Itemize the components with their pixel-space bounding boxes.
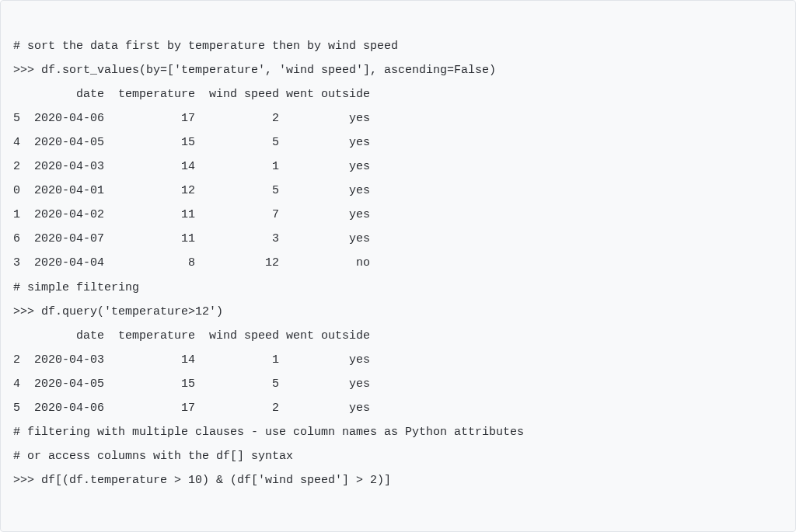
code-line-row: 2 2020-04-03 14 1 yes <box>13 353 370 367</box>
code-line-input: >>> df.query('temperature>12') <box>13 305 223 318</box>
code-line-row: 2 2020-04-03 14 1 yes <box>13 160 370 173</box>
code-line-row: 5 2020-04-06 17 2 yes <box>13 402 370 415</box>
code-line-row: 6 2020-04-07 11 3 yes <box>13 232 370 245</box>
code-line-comment: # filtering with multiple clauses - use … <box>13 426 524 439</box>
code-line-row: 1 2020-04-02 11 7 yes <box>13 208 370 221</box>
code-line-row: 4 2020-04-05 15 5 yes <box>13 377 370 391</box>
code-line-header: date temperature wind speed went outside <box>13 329 370 342</box>
code-line-comment: # or access columns with the df[] syntax <box>13 450 293 463</box>
code-line-input: >>> df[(df.temperature > 10) & (df['wind… <box>13 474 391 487</box>
code-line-input: >>> df.sort_values(by=['temperature', 'w… <box>13 64 496 77</box>
code-block: # sort the data first by temperature the… <box>0 0 796 532</box>
code-line-row: 0 2020-04-01 12 5 yes <box>13 184 370 197</box>
code-line-row: 5 2020-04-06 17 2 yes <box>13 112 370 125</box>
code-line-header: date temperature wind speed went outside <box>13 88 370 101</box>
code-line-row: 3 2020-04-04 8 12 no <box>13 256 370 269</box>
code-line-comment: # simple filtering <box>13 281 139 294</box>
code-line-comment: # sort the data first by temperature the… <box>13 40 398 53</box>
code-line-row: 4 2020-04-05 15 5 yes <box>13 136 370 149</box>
